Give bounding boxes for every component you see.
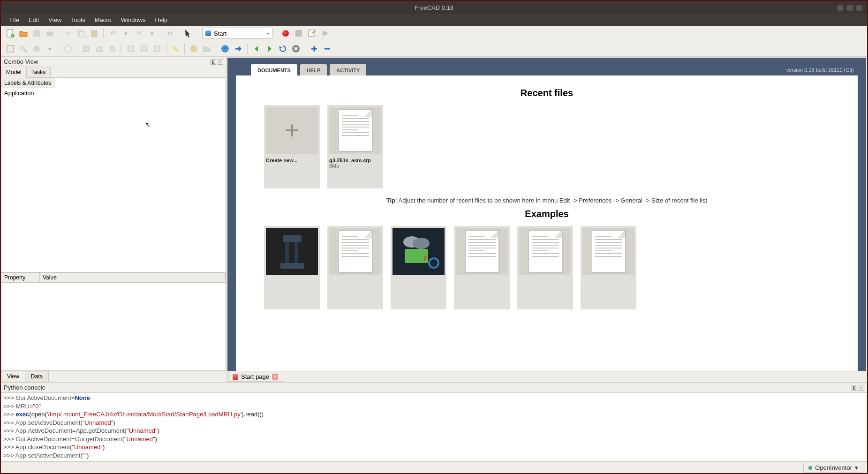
property-tabs: View Data [1,371,226,382]
refresh-icon[interactable]: ⟳ [165,28,176,39]
document-tab[interactable]: Start page × [228,372,282,382]
minimize-icon[interactable] [837,5,844,11]
new-icon[interactable] [5,28,16,39]
start-page: DOCUMENTS HELP ACTIVITY version 0.18 bui… [227,58,866,371]
tab-data[interactable]: Data [25,371,49,382]
open-icon[interactable] [18,28,29,39]
nav-forward-icon[interactable] [264,43,275,54]
undo-dropdown-icon[interactable]: ▾ [120,28,131,39]
freecad-icon [233,374,238,380]
tab-tasks[interactable]: Tasks [26,67,51,77]
group-icon[interactable] [201,43,212,54]
view-left-icon[interactable] [151,43,163,54]
menu-macro[interactable]: Macro [90,15,116,25]
zoom-in-icon[interactable] [309,43,320,54]
view-right-icon[interactable] [107,43,118,54]
svg-rect-7 [91,30,97,37]
document-tab-bar: Start page × [226,371,867,382]
example-card[interactable] [264,226,320,309]
zoom-out-icon[interactable] [322,43,333,54]
combo-tabs: Model Tasks [1,67,226,78]
panel-close-icon[interactable]: × [218,59,223,65]
start-tab-documents[interactable]: DOCUMENTS [251,64,297,76]
menu-tools[interactable]: Tools [66,15,90,25]
redo-icon[interactable]: ↷ [133,28,144,39]
macro-stop-icon[interactable] [293,28,304,39]
paste-icon[interactable] [89,28,100,39]
draw-style-dropdown-icon[interactable]: ▾ [44,43,55,54]
view-bottom-icon[interactable] [138,43,150,54]
python-console-header: Python console ◧× [1,383,867,392]
svg-rect-8 [295,30,302,37]
python-console-body[interactable]: >>> Gui.ActiveDocument=None >>> MRU="0" … [1,392,867,462]
toolbar-row-1: ✂ ↶ ▾ ↷ ▾ ⟳ Start ▾ [1,26,867,41]
nav-refresh-icon[interactable] [277,43,288,54]
start-tab-activity[interactable]: ACTIVITY [330,64,366,76]
save-icon[interactable] [31,28,42,39]
recent-files-heading: Recent files [255,88,839,98]
toolbar-row-2: 🔍 ▾ 📏 [1,41,867,57]
nav-stop-icon[interactable] [290,43,302,54]
undo-icon[interactable]: ↶ [107,28,118,39]
start-tab-help[interactable]: HELP [300,64,327,76]
menu-edit[interactable]: Edit [24,15,44,25]
workbench-selector[interactable]: Start ▾ [202,28,272,39]
svg-point-11 [33,45,40,52]
example-card[interactable]: F [391,226,446,309]
copy-icon[interactable] [75,28,87,39]
fit-all-icon[interactable] [5,43,16,54]
nav-style-selector[interactable]: OpenInventor ▾ [803,463,863,473]
tab-close-icon[interactable]: × [272,374,278,380]
svg-text:F: F [423,255,427,262]
recent-file-card[interactable]: g3-251s_asm.stp 8Mb [327,105,383,188]
menu-help[interactable]: Help [151,15,173,25]
part-icon[interactable] [188,43,199,54]
example-card[interactable] [581,226,636,309]
example-card[interactable] [517,226,573,309]
plus-icon: + [266,107,318,154]
tab-view[interactable]: View [1,371,25,382]
maximize-icon[interactable] [846,5,853,11]
draw-style-icon[interactable] [31,43,42,54]
tree-header: Labels & Attributes [1,78,54,88]
main-area: DOCUMENTS HELP ACTIVITY version 0.18 bui… [226,57,867,382]
svg-rect-20 [294,242,298,265]
forward-arrow-icon[interactable] [233,43,244,54]
menu-view[interactable]: View [44,15,66,25]
document-icon [329,107,381,154]
svg-rect-9 [309,30,314,37]
cut-icon[interactable]: ✂ [62,28,74,39]
view-top-icon[interactable] [94,43,105,54]
menu-file[interactable]: File [5,15,24,25]
web-icon[interactable] [219,43,231,54]
macro-edit-icon[interactable] [306,28,317,39]
tab-model[interactable]: Model [1,67,27,78]
fit-selection-icon[interactable]: 🔍 [18,43,29,54]
svg-rect-14 [141,46,147,52]
macro-play-icon[interactable] [319,28,331,39]
svg-rect-13 [128,46,134,52]
measure-icon[interactable]: 📏 [170,43,181,54]
view-front-icon[interactable] [81,43,92,54]
panel-float-icon[interactable]: ◧ [211,59,216,65]
panel-float-icon[interactable]: ◧ [852,385,857,391]
python-console-panel: Python console ◧× >>> Gui.ActiveDocument… [1,382,867,462]
version-label: version 0.18 build 16110 (Git) [786,67,854,73]
redo-dropdown-icon[interactable]: ▾ [146,28,158,39]
create-new-card[interactable]: + Create new... [264,105,320,188]
nav-back-icon[interactable] [251,43,262,54]
tree-root[interactable]: Application [4,90,34,97]
macro-record-icon[interactable] [280,28,291,39]
whats-this-icon[interactable] [183,28,195,39]
print-icon[interactable] [44,28,55,39]
menu-windows[interactable]: Windows [116,15,151,25]
document-icon [329,228,381,275]
example-card[interactable] [454,226,510,309]
close-icon[interactable] [856,5,862,11]
property-view: Property Value [1,272,226,371]
view-rear-icon[interactable] [125,43,136,54]
tree-view[interactable]: Labels & Attributes Application ↖ [1,78,226,272]
example-card[interactable] [327,226,383,309]
isometric-icon[interactable] [62,43,74,54]
panel-close-icon[interactable]: × [859,385,864,391]
